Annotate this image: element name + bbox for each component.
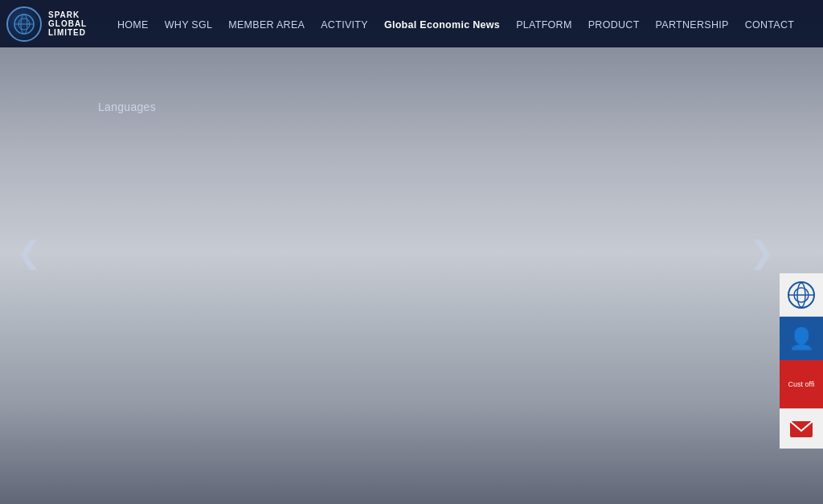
nav-item-member-area[interactable]: MEMBER AREA bbox=[220, 17, 313, 31]
nav-item-activity[interactable]: ACTIVITY bbox=[313, 17, 376, 31]
carousel-next-button[interactable]: ❯ bbox=[741, 229, 783, 276]
sidebar-cust-widget[interactable]: Cust offi bbox=[780, 360, 823, 408]
navigation: SPARK GLOBAL LIMITED HOME WHY SGL MEMBER… bbox=[0, 0, 823, 47]
hero-section bbox=[0, 0, 823, 504]
logo-area[interactable]: SPARK GLOBAL LIMITED bbox=[6, 6, 95, 42]
sidebar-logo-widget[interactable] bbox=[780, 273, 823, 317]
logo-text: SPARK GLOBAL LIMITED bbox=[48, 10, 87, 37]
nav-item-platform[interactable]: PLATFORM bbox=[508, 17, 580, 31]
nav-item-why-sgl[interactable]: WHY SGL bbox=[157, 17, 221, 31]
mail-icon bbox=[788, 416, 814, 442]
languages-label[interactable]: Languages bbox=[98, 100, 156, 113]
nav-item-partnership[interactable]: PARTNERSHIP bbox=[648, 17, 737, 31]
sidebar-mail-widget[interactable] bbox=[780, 408, 823, 449]
nav-item-product[interactable]: PRODUCT bbox=[580, 17, 648, 31]
nav-item-global-economic-news[interactable]: Global Economic News bbox=[376, 17, 508, 31]
sidebar-logo-icon bbox=[787, 281, 816, 309]
sidebar-user-widget[interactable]: 👤 bbox=[780, 317, 823, 360]
nav-item-home[interactable]: HOME bbox=[109, 17, 157, 31]
hero-background bbox=[0, 0, 823, 504]
user-icon: 👤 bbox=[788, 326, 814, 351]
nav-item-contact[interactable]: CONTACT bbox=[737, 17, 803, 31]
carousel-prev-button[interactable]: ❮ bbox=[8, 229, 50, 276]
logo-icon bbox=[13, 13, 35, 35]
logo-circle bbox=[6, 6, 42, 42]
nav-links: HOME WHY SGL MEMBER AREA ACTIVITY Global… bbox=[109, 17, 802, 31]
sidebar-widgets: 👤 Cust offi bbox=[780, 273, 823, 449]
cust-text: Cust offi bbox=[787, 379, 817, 391]
